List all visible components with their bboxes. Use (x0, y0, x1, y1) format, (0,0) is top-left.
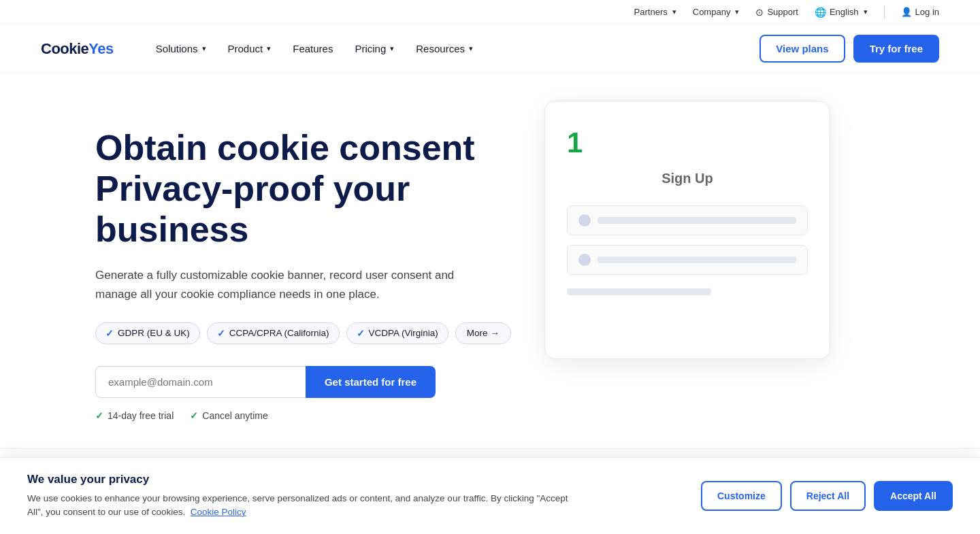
get-started-button[interactable]: Get started for free (306, 366, 436, 398)
solutions-chevron: ▾ (202, 44, 206, 53)
partners-nav[interactable]: Partners ▾ (634, 7, 676, 17)
logo-accent: Yes (88, 40, 113, 57)
nav-links: Solutions ▾ Product ▾ Features Pricing ▾… (146, 37, 760, 60)
nav-pricing[interactable]: Pricing ▾ (345, 37, 404, 60)
language-label: English (830, 7, 859, 17)
mockup-field-email (567, 205, 808, 235)
email-row: Get started for free (95, 366, 436, 398)
hero-title-line1: Obtain cookie consent (95, 128, 475, 167)
user-icon: 👤 (901, 7, 912, 17)
hero-checks: ✓ 14-day free trial ✓ Cancel anytime (95, 410, 517, 421)
language-nav[interactable]: 🌐 English ▾ (815, 7, 868, 18)
cookie-banner-body: We use cookies to enhance your browsing … (27, 492, 585, 516)
support-label: Support (767, 7, 798, 17)
cancel-check-icon: ✓ (190, 410, 198, 421)
cookie-banner-title: We value your privacy (27, 473, 585, 486)
nav-product[interactable]: Product ▾ (218, 37, 281, 60)
cookie-text-block: We value your privacy We use cookies to … (27, 473, 585, 516)
reject-all-button[interactable]: Reject All (790, 481, 866, 511)
company-chevron: ▾ (735, 7, 739, 16)
try-free-button[interactable]: Try for free (853, 35, 939, 63)
accept-all-button[interactable]: Accept All (874, 481, 953, 511)
ccpa-check-icon: ✓ (217, 328, 225, 339)
ccpa-label: CCPA/CPRA (California) (229, 328, 329, 338)
more-tags-button[interactable]: More → (455, 322, 511, 344)
partners-label: Partners (634, 7, 668, 17)
vcdpa-label: VCDPA (Virginia) (369, 328, 438, 338)
mockup-password-icon (578, 254, 591, 266)
tag-ccpa: ✓ CCPA/CPRA (California) (207, 322, 340, 344)
hero-right: 1 Sign Up (544, 101, 844, 359)
pricing-chevron: ▾ (390, 44, 394, 53)
cookie-buttons: Customize Reject All Accept All (701, 481, 953, 511)
compliance-tags: ✓ GDPR (EU & UK) ✓ CCPA/CPRA (California… (95, 322, 517, 344)
support-nav[interactable]: ⊙ Support (755, 7, 798, 18)
trial-label: 14-day free trial (108, 410, 174, 421)
mockup-field-password (567, 245, 808, 275)
nav-solutions[interactable]: Solutions ▾ (146, 37, 216, 60)
navbar: CookieYes Solutions ▾ Product ▾ Features… (0, 24, 980, 73)
hero-title-line2: Privacy-proof your business (95, 169, 410, 249)
cookie-policy-link[interactable]: Cookie Policy (191, 507, 246, 516)
free-trial-check: ✓ 14-day free trial (95, 410, 174, 421)
gdpr-check-icon: ✓ (105, 328, 114, 339)
customize-button[interactable]: Customize (701, 481, 782, 511)
mockup-signup-label: Sign Up (567, 171, 808, 186)
nav-features-label: Features (293, 43, 333, 54)
topbar: Partners ▾ Company ▾ ⊙ Support 🌐 English… (0, 0, 980, 24)
support-icon: ⊙ (755, 7, 764, 18)
hero-subtitle: Generate a fully customizable cookie ban… (95, 266, 463, 303)
tag-vcdpa: ✓ VCDPA (Virginia) (346, 322, 448, 344)
nav-resources-label: Resources (416, 43, 465, 54)
trial-check-icon: ✓ (95, 410, 103, 421)
resources-chevron: ▾ (469, 44, 473, 53)
partners-chevron: ▾ (672, 7, 676, 16)
company-nav[interactable]: Company ▾ (693, 7, 740, 17)
mockup-number: 1 (567, 129, 808, 157)
mockup-email-line (598, 217, 796, 224)
cookie-body-text: We use cookies to enhance your browsing … (27, 493, 568, 516)
company-label: Company (693, 7, 731, 17)
cancel-label: Cancel anytime (202, 410, 268, 421)
more-label: More → (467, 328, 500, 338)
email-input[interactable] (95, 366, 306, 398)
hero-section: Obtain cookie consent Privacy-proof your… (0, 73, 980, 448)
topbar-divider (884, 6, 885, 18)
login-nav[interactable]: 👤 Log in (901, 7, 939, 17)
mockup-bar (567, 288, 711, 295)
nav-pricing-label: Pricing (355, 43, 386, 54)
mockup-password-line (598, 256, 796, 263)
cancel-check: ✓ Cancel anytime (190, 410, 268, 421)
nav-solutions-label: Solutions (156, 43, 198, 54)
nav-features[interactable]: Features (283, 37, 342, 60)
view-plans-button[interactable]: View plans (760, 35, 845, 63)
language-chevron: ▾ (864, 7, 868, 16)
cookie-banner: We value your privacy We use cookies to … (0, 457, 980, 516)
hero-left: Obtain cookie consent Privacy-proof your… (95, 114, 517, 421)
login-label: Log in (915, 7, 939, 17)
nav-resources[interactable]: Resources ▾ (406, 37, 483, 60)
hero-title: Obtain cookie consent Privacy-proof your… (95, 128, 517, 250)
globe-icon: 🌐 (815, 7, 826, 18)
vcdpa-check-icon: ✓ (357, 328, 365, 339)
mockup-card: 1 Sign Up (544, 101, 830, 359)
gdpr-label: GDPR (EU & UK) (118, 328, 190, 338)
tag-gdpr: ✓ GDPR (EU & UK) (95, 322, 200, 344)
nav-ctas: View plans Try for free (760, 35, 939, 63)
nav-product-label: Product (228, 43, 263, 54)
logo[interactable]: CookieYes (41, 40, 114, 58)
mockup-email-icon (578, 214, 591, 227)
product-chevron: ▾ (267, 44, 271, 53)
